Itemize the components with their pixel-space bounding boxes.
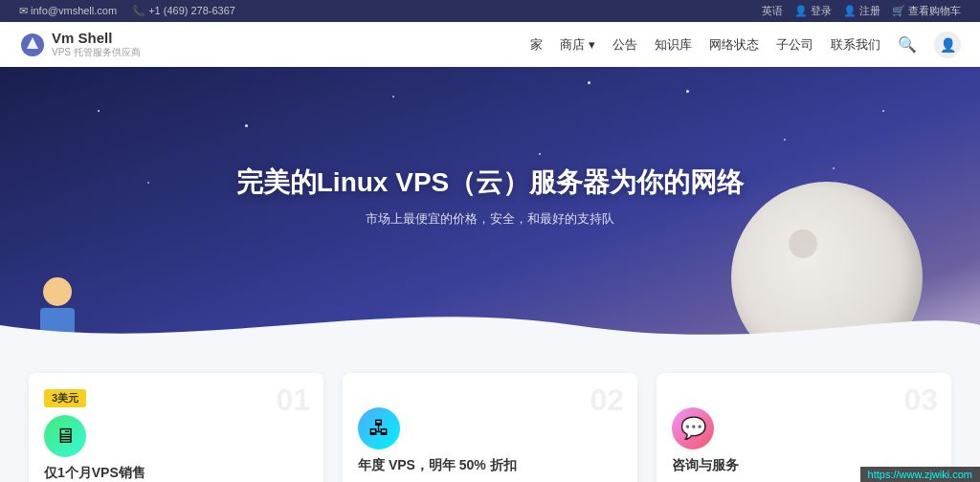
nav-announcements[interactable]: 公告	[612, 36, 637, 54]
card-title-2: 年度 VPS，明年 50% 折扣	[358, 457, 622, 474]
logo-text: Vm Shell VPS 托管服务供应商	[52, 30, 141, 59]
cards-section: 01 3美元 🖥 仅1个月VPS销售 新客户：如果您首次使用 VPS 虚拟主机，…	[0, 354, 980, 482]
nav-kb[interactable]: 知识库	[655, 36, 692, 54]
nav-network[interactable]: 网络状态	[709, 36, 759, 54]
logo-icon	[19, 32, 46, 58]
watermark: https://www.zjwiki.com	[860, 467, 980, 482]
logo: Vm Shell VPS 托管服务供应商	[19, 30, 141, 59]
hero-subtitle: 市场上最便宜的价格，安全，和最好的支持队	[236, 210, 744, 228]
card-icon-1: 🖥	[44, 415, 86, 457]
card-title-1: 仅1个月VPS销售	[44, 465, 308, 482]
hero-title: 完美的Linux VPS（云）服务器为你的网络	[236, 164, 744, 201]
card-1: 01 3美元 🖥 仅1个月VPS销售 新客户：如果您首次使用 VPS 虚拟主机，…	[29, 373, 323, 482]
card-number-1: 01	[276, 383, 310, 418]
card-number-2: 02	[590, 383, 624, 418]
logo-title: Vm Shell	[52, 30, 141, 46]
email-info: ✉ info@vmshell.com	[19, 5, 117, 17]
wave-decoration	[0, 296, 980, 354]
user-icon-btn[interactable]: 👤	[934, 32, 961, 58]
lang-select[interactable]: 英语	[762, 4, 783, 18]
nav-home[interactable]: 家	[530, 36, 543, 54]
header: Vm Shell VPS 托管服务供应商 家 商店 ▾ 公告 知识库 网络状态 …	[0, 22, 980, 67]
topbar-right: 英语 👤 登录 👤 注册 🛒 查看购物车	[762, 4, 961, 18]
card-badge-1: 3美元	[44, 389, 86, 407]
hero-section: 完美的Linux VPS（云）服务器为你的网络 市场上最便宜的价格，安全，和最好…	[0, 67, 980, 354]
topbar-left: ✉ info@vmshell.com 📞 +1 (469) 278-6367	[19, 5, 235, 17]
card-2: 02 🖧 年度 VPS，明年 50% 折扣 技术 VPS：我们提供基本配置 CP…	[343, 373, 637, 482]
nav-subsidiary[interactable]: 子公司	[776, 36, 813, 54]
cart-link[interactable]: 🛒 查看购物车	[892, 4, 961, 18]
main-nav: 家 商店 ▾ 公告 知识库 网络状态 子公司 联系我们 🔍 👤	[530, 32, 961, 58]
nav-shop[interactable]: 商店 ▾	[560, 36, 595, 54]
card-icon-2: 🖧	[358, 407, 400, 449]
card-number-3: 03	[903, 383, 938, 418]
search-icon[interactable]: 🔍	[898, 35, 917, 54]
hero-content: 完美的Linux VPS（云）服务器为你的网络 市场上最便宜的价格，安全，和最好…	[236, 164, 744, 228]
phone-info: 📞 +1 (469) 278-6367	[132, 5, 235, 17]
card-icon-3: 💬	[672, 407, 714, 449]
logo-subtitle: VPS 托管服务供应商	[52, 46, 141, 59]
nav-contact[interactable]: 联系我们	[831, 36, 880, 54]
card-3: 03 💬 咨询与服务 咨询和服务：VmShell 为您提供实实在在前的售前服务系…	[657, 373, 951, 482]
login-link[interactable]: 👤 登录	[794, 4, 832, 18]
topbar: ✉ info@vmshell.com 📞 +1 (469) 278-6367 英…	[0, 0, 980, 22]
register-link[interactable]: 👤 注册	[843, 4, 880, 18]
